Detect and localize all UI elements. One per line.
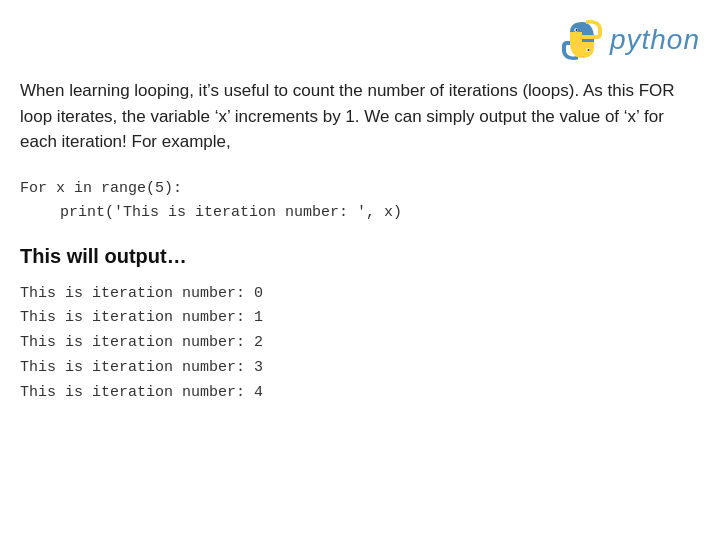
output-line-2: This is iteration number: 2 [20, 331, 700, 356]
output-title: This will output… [20, 245, 700, 268]
code-line-2: print('This is iteration number: ', x) [20, 201, 700, 225]
output-line-3: This is iteration number: 3 [20, 356, 700, 381]
output-line-4: This is iteration number: 4 [20, 381, 700, 406]
python-label: python [610, 24, 700, 56]
code-line-1: For x in range(5): [20, 177, 700, 201]
output-line-0: This is iteration number: 0 [20, 282, 700, 307]
page: python When learning looping, it’s usefu… [0, 0, 720, 540]
python-icon [562, 20, 602, 60]
output-line-1: This is iteration number: 1 [20, 306, 700, 331]
svg-point-1 [575, 29, 577, 31]
intro-paragraph: When learning looping, it’s useful to co… [20, 78, 700, 155]
header: python [20, 20, 700, 60]
output-block: This is iteration number: 0 This is iter… [20, 282, 700, 406]
python-logo: python [562, 20, 700, 60]
svg-point-3 [587, 49, 589, 51]
code-block: For x in range(5): print('This is iterat… [20, 177, 700, 225]
